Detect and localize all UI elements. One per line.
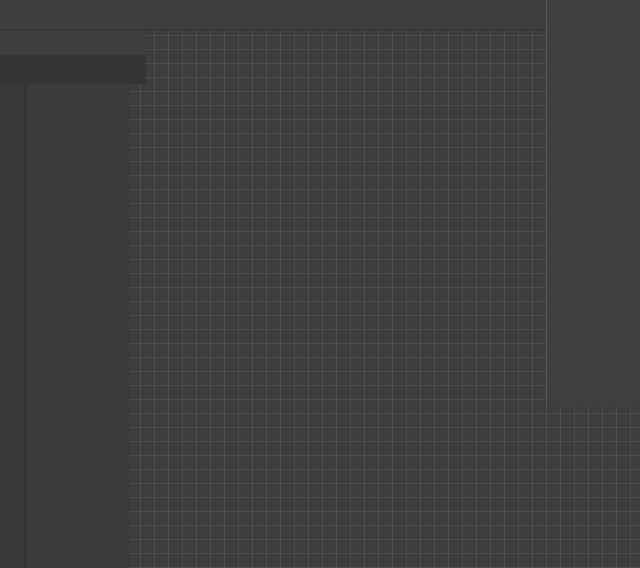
desktop (0, 0, 640, 568)
sidebar-icon-strip (0, 84, 26, 568)
ribbon-tabs (0, 55, 146, 84)
secondary-toolbar (0, 30, 146, 55)
top-toolbar (0, 0, 640, 30)
floorgen-panel (546, 0, 640, 406)
